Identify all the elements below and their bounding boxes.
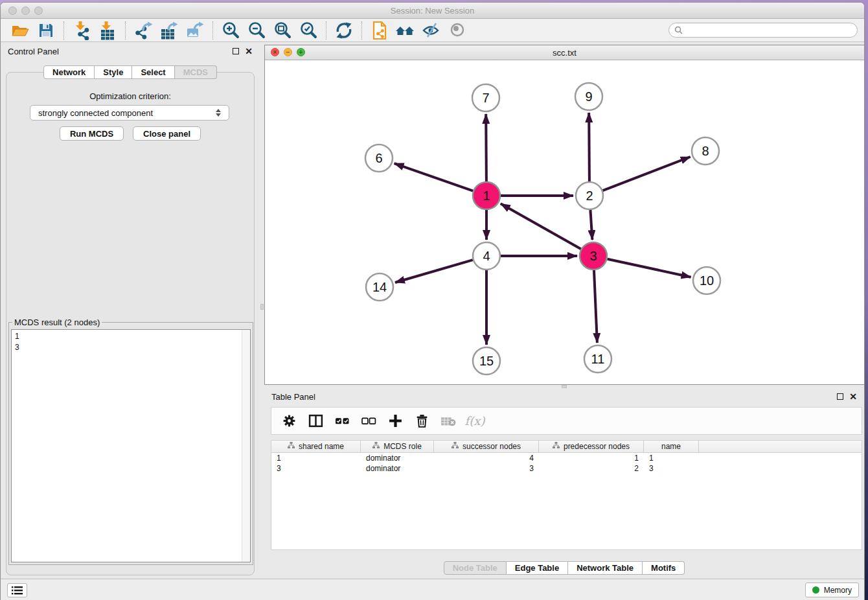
- optimization-criterion-select[interactable]: strongly connected component: [30, 105, 229, 121]
- tree-icon: [553, 442, 560, 451]
- memory-button[interactable]: Memory: [805, 583, 859, 597]
- column-header-predecessor-nodes[interactable]: predecessor nodes: [539, 441, 644, 452]
- node-table: shared nameMCDS rolesuccessor nodesprede…: [271, 440, 862, 550]
- graph-edge-4-14[interactable]: [395, 260, 473, 283]
- zoom-in-icon[interactable]: [218, 20, 244, 41]
- graph-node-2[interactable]: 2: [576, 182, 603, 209]
- table-cell[interactable]: 4: [434, 454, 539, 463]
- tab-select[interactable]: Select: [132, 65, 174, 79]
- graph-node-6[interactable]: 6: [365, 144, 393, 172]
- column-header-MCDS-role[interactable]: MCDS role: [361, 441, 434, 452]
- graph-edge-2-9[interactable]: [589, 113, 589, 181]
- tab-network[interactable]: Network: [43, 65, 95, 79]
- graph-node-11[interactable]: 11: [584, 345, 611, 373]
- graph-node-15[interactable]: 15: [473, 347, 500, 375]
- export-network-icon[interactable]: [130, 20, 156, 41]
- hide-selected-icon[interactable]: [418, 20, 444, 41]
- table-cell[interactable]: 3: [644, 464, 699, 473]
- open-session-icon[interactable]: [7, 20, 33, 41]
- delete-row-icon[interactable]: [413, 413, 430, 430]
- column-header-shared-name[interactable]: shared name: [271, 441, 361, 452]
- table-cell[interactable]: 3: [271, 464, 361, 473]
- network-minimize-icon[interactable]: −: [284, 48, 292, 56]
- show-all-icon[interactable]: [444, 20, 470, 41]
- table-cell[interactable]: dominator: [361, 464, 434, 473]
- node-label: 3: [589, 249, 597, 263]
- graph-edge-1-6[interactable]: [394, 163, 474, 191]
- graph-node-1[interactable]: 1: [473, 182, 500, 209]
- graph-edge-3-10[interactable]: [608, 259, 691, 277]
- select-stepper-icon: [216, 109, 221, 117]
- deselect-all-icon[interactable]: [360, 413, 377, 430]
- control-panel-tabs: NetworkStyleSelectMCDS: [1, 65, 260, 79]
- tab-style[interactable]: Style: [95, 65, 132, 79]
- network-canvas[interactable]: 7968124314101511: [265, 60, 864, 384]
- table-cell[interactable]: 2: [539, 464, 644, 473]
- graph-edge-2-8[interactable]: [603, 157, 691, 190]
- zoom-selected-icon[interactable]: [295, 20, 321, 41]
- refresh-network-icon[interactable]: [331, 20, 357, 41]
- first-neighbors-icon[interactable]: [393, 20, 418, 41]
- minimize-window-icon[interactable]: [21, 6, 30, 15]
- table-cell[interactable]: dominator: [361, 454, 434, 463]
- table-cell[interactable]: 3: [434, 464, 539, 473]
- graph-node-4[interactable]: 4: [473, 242, 500, 270]
- table-row[interactable]: 1dominator411: [271, 453, 862, 463]
- graph-node-3[interactable]: 3: [580, 242, 607, 270]
- import-table-icon[interactable]: [95, 20, 120, 41]
- graph-edge-2-3[interactable]: [590, 210, 592, 240]
- network-maximize-icon[interactable]: +: [297, 48, 305, 56]
- tab-network-table[interactable]: Network Table: [568, 561, 643, 575]
- graph-node-9[interactable]: 9: [575, 83, 602, 110]
- network-graph[interactable]: 7968124314101511: [265, 60, 864, 384]
- graph-node-14[interactable]: 14: [366, 273, 393, 301]
- tab-edge-table[interactable]: Edge Table: [507, 561, 568, 575]
- graph-node-8[interactable]: 8: [692, 137, 719, 165]
- mcds-result-list[interactable]: 1 3: [11, 329, 251, 562]
- criterion-value: strongly connected component: [38, 108, 153, 118]
- tab-mcds[interactable]: MCDS: [175, 65, 217, 79]
- search-box[interactable]: [668, 23, 858, 38]
- close-panel-icon[interactable]: ✕: [245, 48, 253, 54]
- close-window-icon[interactable]: [8, 6, 17, 15]
- network-close-icon[interactable]: ×: [271, 48, 279, 56]
- close-panel-button[interactable]: Close panel: [133, 126, 201, 141]
- column-header-name[interactable]: name: [644, 441, 699, 452]
- task-history-button[interactable]: [7, 583, 27, 597]
- search-input[interactable]: [686, 26, 852, 35]
- columns-icon[interactable]: [307, 413, 324, 430]
- add-row-icon[interactable]: [387, 413, 404, 430]
- export-image-icon[interactable]: [182, 20, 208, 41]
- tab-node-table[interactable]: Node Table: [444, 561, 507, 575]
- new-network-from-selection-icon[interactable]: [367, 20, 393, 41]
- graph-edge-3-1[interactable]: [501, 203, 581, 249]
- result-scrollbar[interactable]: [242, 330, 250, 562]
- column-header-successor-nodes[interactable]: successor nodes: [434, 441, 539, 452]
- graph-node-7[interactable]: 7: [472, 84, 499, 111]
- table-cell[interactable]: 1: [644, 454, 699, 463]
- zoom-out-icon[interactable]: [244, 20, 269, 41]
- vertical-splitter[interactable]: [260, 43, 264, 579]
- float-panel-icon[interactable]: [233, 48, 239, 54]
- zoom-fit-icon[interactable]: [269, 20, 295, 41]
- table-row[interactable]: 3dominator323: [271, 463, 862, 474]
- gear-icon[interactable]: [280, 413, 297, 430]
- export-table-icon[interactable]: [156, 20, 182, 41]
- table-cell[interactable]: 1: [539, 454, 644, 463]
- tab-motifs[interactable]: Motifs: [643, 561, 685, 575]
- application-window: Session: New Session Control Panel ✕ Net…: [0, 2, 865, 600]
- graph-edge-1-7[interactable]: [486, 114, 486, 181]
- graph-node-10[interactable]: 10: [693, 267, 720, 294]
- maximize-window-icon[interactable]: [34, 6, 43, 15]
- select-all-icon[interactable]: [334, 413, 350, 430]
- network-frame-titlebar[interactable]: × − + scc.txt: [265, 45, 864, 60]
- delete-table-icon: [440, 413, 457, 430]
- run-mcds-button[interactable]: Run MCDS: [60, 126, 124, 141]
- splitter-grip-icon[interactable]: [260, 304, 264, 310]
- graph-edge-3-11[interactable]: [594, 270, 597, 343]
- close-panel-icon[interactable]: ✕: [849, 393, 857, 400]
- save-session-icon[interactable]: [33, 20, 59, 41]
- table-cell[interactable]: 1: [271, 454, 361, 463]
- import-network-icon[interactable]: [69, 20, 95, 41]
- float-panel-icon[interactable]: [837, 393, 843, 400]
